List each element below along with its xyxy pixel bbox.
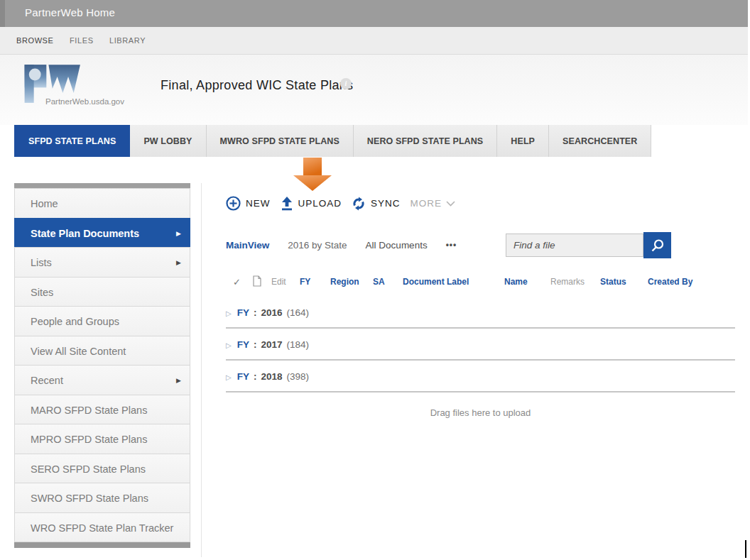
- column-header-document-label[interactable]: Document Label: [403, 277, 469, 287]
- expand-triangle-icon[interactable]: ▷: [226, 309, 232, 317]
- tab-sfpd-state-plans[interactable]: SFPD STATE PLANS: [14, 125, 130, 157]
- sidebar-item-maro-sfpd-state-plans[interactable]: MARO SFPD State Plans: [14, 395, 190, 425]
- tab-help[interactable]: HELP: [497, 125, 549, 157]
- group-count: (398): [287, 371, 310, 382]
- page: PartnerWeb Home BROWSE FILES LIBRARY Par…: [0, 0, 750, 560]
- sync-icon: [352, 197, 366, 211]
- text-cursor-artifact: [745, 540, 746, 558]
- select-all-checkmark-icon[interactable]: ✓: [233, 277, 241, 287]
- sidebar-bottom-rail: [14, 542, 190, 548]
- document-library-main: NEW UPLOAD SYNC MORE: [226, 158, 735, 555]
- sidebar-item-home[interactable]: Home: [14, 188, 190, 219]
- column-header-status[interactable]: Status: [600, 277, 626, 287]
- group-rows: ▷FY:2016(164) ▷FY:2017(184) ▷FY:2018(398…: [226, 297, 735, 392]
- sidebar-item-sites[interactable]: Sites: [14, 277, 190, 307]
- group-count: (164): [287, 307, 310, 318]
- drag-files-dropzone[interactable]: Drag files here to upload: [226, 407, 735, 418]
- sidebar-divider: [201, 183, 202, 557]
- find-a-file-input[interactable]: [506, 234, 643, 257]
- view-bar: MainView 2016 by State All Documents •••: [226, 231, 475, 258]
- tab-pw-lobby[interactable]: PW LOBBY: [130, 125, 206, 157]
- column-header-sa[interactable]: SA: [373, 277, 385, 287]
- sidebar-item-people-and-groups[interactable]: People and Groups: [14, 306, 190, 336]
- tab-mwro-sfpd-state-plans[interactable]: MWRO SFPD STATE PLANS: [207, 125, 354, 157]
- upload-button[interactable]: UPLOAD: [281, 197, 342, 211]
- sync-button[interactable]: SYNC: [352, 197, 401, 211]
- chevron-down-icon: [446, 201, 455, 207]
- sidebar-item-sero-sfpd-state-plans[interactable]: SERO SFPD State Plans: [14, 454, 190, 484]
- tab-searchcenter[interactable]: SEARCHCENTER: [549, 125, 651, 157]
- document-type-icon[interactable]: [253, 275, 261, 289]
- expand-triangle-icon[interactable]: ▷: [226, 373, 232, 381]
- info-icon[interactable]: i: [340, 78, 352, 89]
- group-count: (184): [287, 339, 310, 350]
- sidebar-item-recent[interactable]: Recent▶: [14, 365, 190, 395]
- view-mainview[interactable]: MainView: [226, 240, 269, 251]
- plus-circle-icon: [226, 196, 241, 211]
- column-header-region[interactable]: Region: [330, 277, 359, 287]
- new-button[interactable]: NEW: [226, 196, 271, 211]
- submenu-arrow-icon: ▶: [176, 248, 181, 278]
- window-titlebar: PartnerWeb Home: [0, 0, 748, 27]
- table-header-row: ✓ Edit FY Region SA Document Label Name …: [226, 277, 735, 292]
- ribbon-tab-library[interactable]: LIBRARY: [109, 36, 146, 45]
- sidebar-item-mpro-sfpd-state-plans[interactable]: MPRO SFPD State Plans: [14, 424, 190, 454]
- sidebar-item-lists[interactable]: Lists▶: [14, 247, 190, 278]
- ribbon-bar: BROWSE FILES LIBRARY: [0, 27, 748, 55]
- view-all-documents[interactable]: All Documents: [366, 240, 428, 251]
- site-header: PartnerWeb.usda.gov Final, Approved WIC …: [0, 55, 748, 125]
- site-nav-tabs: SFPD STATE PLANS PW LOBBY MWRO SFPD STAT…: [14, 125, 651, 157]
- column-header-created-by[interactable]: Created By: [648, 277, 692, 287]
- window-title: PartnerWeb Home: [25, 6, 115, 18]
- sidebar-item-swro-sfpd-state-plans[interactable]: SWRO SFPD State Plans: [14, 483, 190, 513]
- group-row-fy-2017[interactable]: ▷FY:2017(184): [226, 329, 735, 361]
- group-row-fy-2016[interactable]: ▷FY:2016(164): [226, 297, 735, 329]
- ribbon-tab-browse[interactable]: BROWSE: [16, 36, 54, 45]
- sidebar-item-view-all-site-content[interactable]: View All Site Content: [14, 336, 190, 366]
- search-icon: [651, 238, 665, 253]
- more-views-ellipsis[interactable]: •••: [446, 240, 457, 250]
- submenu-arrow-icon: ▶: [176, 366, 181, 396]
- group-row-fy-2018[interactable]: ▷FY:2018(398): [226, 361, 735, 392]
- upload-icon: [281, 197, 293, 211]
- view-2016-by-state[interactable]: 2016 by State: [288, 240, 347, 251]
- column-header-remarks: Remarks: [550, 277, 585, 287]
- column-header-name[interactable]: Name: [504, 277, 528, 287]
- tab-nero-sfpd-state-plans[interactable]: NERO SFPD STATE PLANS: [354, 125, 497, 157]
- more-button[interactable]: MORE: [411, 198, 456, 209]
- ribbon-tab-files[interactable]: FILES: [70, 36, 94, 45]
- quick-launch-sidebar: Home State Plan Documents▶ Lists▶ Sites …: [14, 183, 190, 548]
- page-title: Final, Approved WIC State Plans: [161, 78, 353, 93]
- search-button[interactable]: [643, 232, 671, 258]
- titlebar-edge: [0, 0, 5, 27]
- column-header-fy[interactable]: FY: [300, 277, 310, 287]
- column-header-edit: Edit: [271, 277, 286, 287]
- expand-triangle-icon[interactable]: ▷: [226, 341, 232, 349]
- logo-caption: PartnerWeb.usda.gov: [45, 97, 124, 106]
- sidebar-item-state-plan-documents[interactable]: State Plan Documents▶: [14, 218, 190, 248]
- sidebar-item-wro-sfpd-state-plan-tracker[interactable]: WRO SFPD State Plan Tracker: [14, 512, 190, 543]
- submenu-arrow-icon: ▶: [176, 219, 181, 249]
- command-bar: NEW UPLOAD SYNC MORE: [226, 196, 465, 211]
